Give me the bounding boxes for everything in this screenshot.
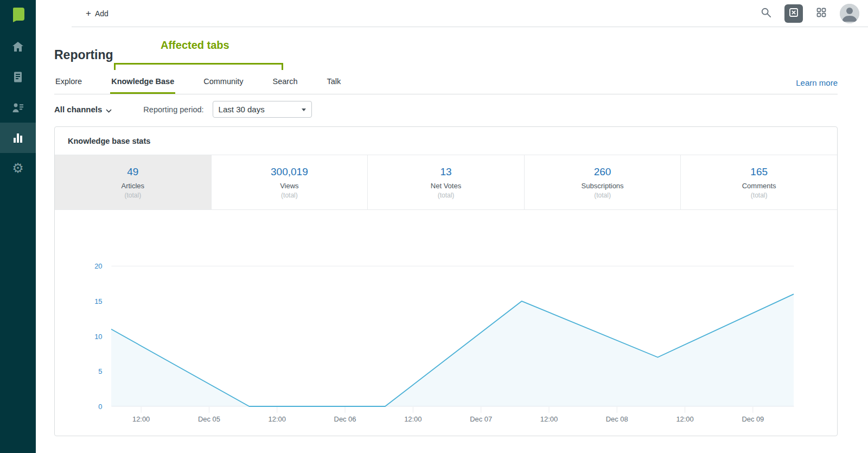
svg-text:0: 0	[98, 403, 102, 411]
tab-list: ExploreKnowledge BaseCommunitySearchTalk	[54, 74, 369, 94]
tab-community[interactable]: Community	[202, 74, 244, 94]
svg-text:Dec 08: Dec 08	[606, 415, 628, 423]
knowledge-base-stats-card: Knowledge base stats 49Articles(total)30…	[54, 126, 838, 436]
stat-subscriptions[interactable]: 260Subscriptions(total)	[525, 155, 681, 209]
stat-comments[interactable]: 165Comments(total)	[681, 155, 837, 209]
stat-value: 165	[681, 166, 837, 178]
sidebar-item-reporting[interactable]	[0, 123, 36, 153]
annotation-affected-tabs: Affected tabs	[161, 39, 229, 52]
svg-text:5: 5	[98, 367, 102, 375]
sidebar-nav: ⚙	[0, 31, 36, 183]
sidebar-item-guide[interactable]	[0, 62, 36, 92]
stat-label: Subscriptions	[525, 182, 681, 190]
stat-sub: (total)	[525, 192, 681, 199]
tab-bar: ExploreKnowledge BaseCommunitySearchTalk…	[54, 74, 838, 94]
svg-text:Dec 07: Dec 07	[470, 415, 492, 423]
tab-knowledge-base[interactable]: Knowledge Base	[110, 74, 175, 94]
reporting-period-select[interactable]: Last 30 days	[213, 101, 312, 118]
channels-label: All channels	[54, 105, 102, 114]
svg-text:15: 15	[94, 297, 102, 305]
zendesk-logo-icon[interactable]	[9, 5, 27, 24]
svg-text:12:00: 12:00	[404, 415, 422, 423]
page-title: Reporting	[54, 48, 113, 62]
sample-app-button[interactable]	[784, 4, 803, 23]
stat-value: 13	[368, 166, 524, 178]
stat-sub: (total)	[368, 192, 524, 199]
stat-articles[interactable]: 49Articles(total)	[55, 155, 212, 209]
sidebar-item-settings[interactable]: ⚙	[0, 153, 36, 183]
tab-search[interactable]: Search	[272, 74, 299, 94]
select-caret-icon	[302, 109, 306, 111]
stat-sub: (total)	[681, 192, 837, 199]
reporting-period-value: Last 30 days	[219, 105, 265, 114]
svg-text:12:00: 12:00	[269, 415, 286, 423]
articles-line-chart: 0510152012:00Dec 0512:00Dec 0612:00Dec 0…	[55, 210, 837, 436]
search-button[interactable]	[761, 7, 771, 20]
sidebar-item-home[interactable]	[0, 31, 36, 62]
stat-label: Net Votes	[368, 182, 524, 190]
add-button[interactable]: + Add	[82, 7, 112, 20]
filters-row: All channels Reporting period: Last 30 d…	[54, 101, 838, 118]
stat-views[interactable]: 300,019Views(total)	[212, 155, 368, 209]
page-header: Reporting Affected tabs	[54, 39, 838, 74]
settings-gear-icon: ⚙	[12, 162, 24, 175]
reporting-bar-chart-icon	[11, 131, 24, 144]
svg-text:12:00: 12:00	[132, 415, 150, 423]
stats-row: 49Articles(total)300,019Views(total)13Ne…	[55, 155, 837, 210]
sidebar: ⚙	[0, 0, 36, 453]
plus-icon: +	[86, 9, 91, 18]
customers-icon	[11, 101, 24, 114]
stat-value: 49	[55, 166, 211, 178]
sidebar-item-customers[interactable]	[0, 92, 36, 123]
home-icon	[11, 40, 24, 53]
card-title: Knowledge base stats	[55, 127, 837, 155]
svg-text:20: 20	[94, 262, 102, 270]
grid-icon	[816, 7, 827, 20]
stat-sub: (total)	[55, 192, 211, 199]
channels-dropdown[interactable]: All channels	[54, 104, 112, 114]
add-button-label: Add	[95, 9, 108, 18]
topbar: + Add	[72, 0, 868, 27]
reporting-period-label: Reporting period:	[143, 105, 203, 114]
stat-sub: (total)	[212, 192, 368, 199]
svg-text:12:00: 12:00	[676, 415, 693, 423]
stat-value: 260	[525, 166, 681, 178]
stat-label: Views	[212, 182, 368, 190]
stat-value: 300,019	[212, 166, 368, 178]
svg-text:10: 10	[94, 333, 102, 341]
apps-grid-button[interactable]	[816, 7, 827, 20]
stat-label: Comments	[681, 182, 837, 190]
guide-book-icon	[11, 71, 24, 84]
tab-explore[interactable]: Explore	[54, 74, 83, 94]
stat-label: Articles	[55, 182, 211, 190]
svg-text:Dec 09: Dec 09	[742, 415, 764, 423]
svg-text:12:00: 12:00	[540, 415, 558, 423]
svg-text:Dec 06: Dec 06	[334, 415, 356, 423]
search-icon	[761, 7, 771, 20]
annotation-bracket	[114, 63, 283, 70]
svg-text:Dec 05: Dec 05	[198, 415, 220, 423]
app-box-x-icon	[788, 7, 799, 20]
chevron-down-icon	[106, 105, 112, 114]
stat-net-votes[interactable]: 13Net Votes(total)	[368, 155, 525, 209]
tab-talk[interactable]: Talk	[326, 74, 342, 94]
line-chart-svg: 0510152012:00Dec 0512:00Dec 0612:00Dec 0…	[55, 210, 837, 436]
learn-more-link[interactable]: Learn more	[796, 78, 838, 94]
avatar[interactable]	[840, 4, 859, 23]
